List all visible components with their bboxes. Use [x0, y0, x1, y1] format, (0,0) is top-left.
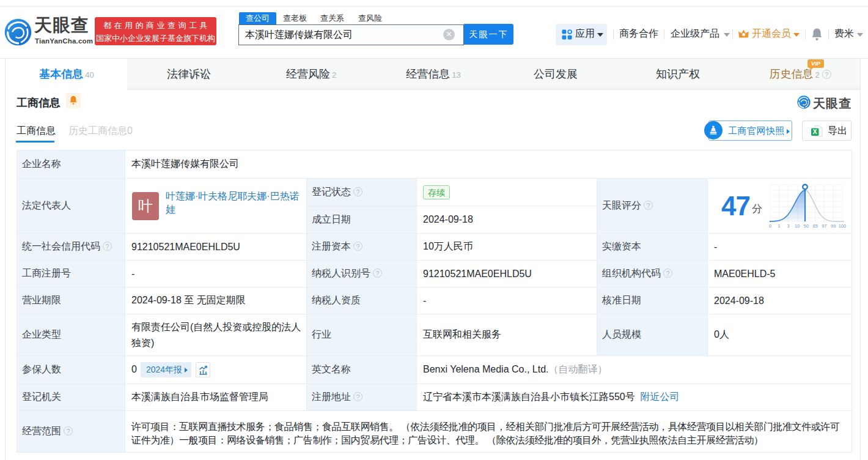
svg-text:97: 97 [822, 223, 826, 229]
svg-text:85: 85 [813, 223, 818, 229]
svg-text:0: 0 [769, 223, 771, 229]
svg-text:10: 10 [795, 223, 800, 229]
svg-text:1: 1 [778, 223, 781, 229]
svg-text:3: 3 [787, 223, 789, 229]
svg-text:X: X [813, 128, 817, 135]
svg-text:99: 99 [831, 223, 836, 229]
svg-text:50: 50 [804, 223, 809, 229]
svg-text:100: 100 [839, 223, 847, 229]
